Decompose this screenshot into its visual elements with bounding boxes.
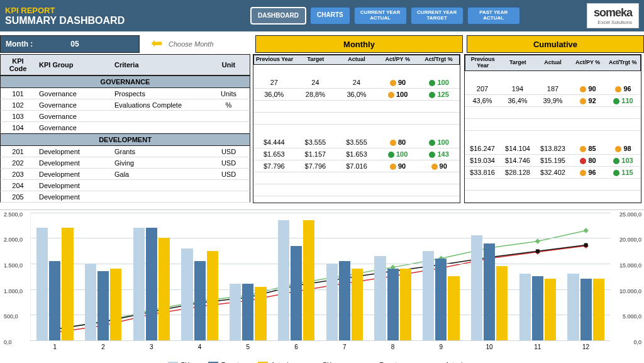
logo-text: someka [594,6,632,20]
svg-rect-34 [536,249,540,253]
cum-row: 43,6%36,4%39,9%92110 [465,95,641,107]
col-criteria: Criteria [111,59,211,71]
table-row: 204Development [0,180,250,191]
monthly-header: Previous Year Target Actual Act/PY % Act… [253,55,460,65]
table-row: 102GovernanceEvaluations Complete% [0,99,250,111]
cum-row: 2071941879096 [465,83,641,95]
nav-py-actual[interactable]: PAST YEAR ACTUAL [467,7,520,25]
title-block: KPI REPORT SUMMARY DASHBOARD [5,6,244,26]
cum-row [465,119,641,131]
report-title: KPI REPORT [5,6,244,15]
month-value: 05 [70,40,79,48]
monthly-block: Previous Year Target Actual Act/PY % Act… [253,54,460,203]
nav-dashboard[interactable]: DASHBOARD [250,7,306,25]
cum-row [465,179,641,191]
cumulative-block: Previous Year Target Actual Act/PY % Act… [464,54,641,203]
logo-subtitle: Excel Solutions [594,20,632,25]
monthly-title: Monthly [255,35,463,53]
table-row: 104Governance [0,122,250,133]
col-py: Previous Year [254,55,295,64]
arrow-left-icon: ⬅ [151,35,162,53]
cum-row: $33.816$28.128$32.40296115 [465,167,641,179]
monthly-row [253,184,460,196]
col-actual-c: Actual [535,59,570,67]
month-hint: Choose Month [169,40,214,48]
col-actpy: Act/PY % [377,55,418,64]
col-acttrgt: Act/Trgt % [418,55,459,64]
kpi-table: KPI Code KPI Group Criteria Unit GOVERNA… [0,54,250,203]
monthly-row [253,172,460,184]
table-header: KPI Code KPI Group Criteria Unit [0,54,250,75]
col-target-c: Target [501,59,536,67]
table-row: 201DevelopmentGrantsUSD [0,146,250,157]
nav-buttons: DASHBOARD CHARTS CURRENT YEAR ACTUAL CUR… [250,7,520,25]
cum-row [465,191,641,203]
month-label: Month : [6,40,33,48]
svg-rect-11 [583,228,588,233]
tables-wrapper: KPI Code KPI Group Criteria Unit GOVERNA… [0,54,644,203]
svg-rect-35 [584,243,588,247]
col-target: Target [295,55,336,64]
page-subtitle: SUMMARY DASHBOARD [5,15,244,26]
monthly-row: $4.444$3.555$3.55580100 [253,137,460,148]
table-row: 101GovernanceProspectsUnits [0,88,250,99]
app-header: KPI REPORT SUMMARY DASHBOARD DASHBOARD C… [0,0,644,31]
nav-charts[interactable]: CHARTS [310,7,350,25]
table-row: 203DevelopmentGalaUSD [0,169,250,180]
col-py-c: Previous Year [465,55,501,70]
month-row: Month : 05 ⬅ Choose Month Monthly Cumula… [0,35,644,53]
monthly-row: $1.653$1.157$1.653100143 [253,148,460,160]
monthly-row [253,101,460,113]
col-actpy-c: Act/PY % [570,59,606,67]
cum-row [465,107,641,119]
monthly-row: $7.796$7.796$7.0169090 [253,160,460,172]
col-actual: Actual [336,55,377,64]
monthly-row [253,113,460,125]
month-selector[interactable]: Month : 05 [0,35,140,53]
table-row: 202DevelopmentGivingUSD [0,157,250,169]
group-headers: Monthly Cumulative [255,35,644,53]
cum-row: $19.034$14.746$15.19580103 [465,155,641,167]
monthly-row: 36,0%28,8%36,0%100125 [253,89,460,101]
monthly-row: 27242490100 [253,77,460,89]
cum-header: Previous Year Target Actual Act/PY % Act… [465,55,641,71]
svg-rect-10 [535,238,540,243]
section-header: GOVERNANCE [0,75,250,88]
logo: someka Excel Solutions [587,3,639,28]
chart: 123456789101112 PY Target Actual PY cum … [0,209,644,363]
plot-area: 123456789101112 [30,213,610,341]
col-group: KPI Group [35,59,111,71]
table-row: 103Governance [0,111,250,122]
cum-row: $16.247$14.104$13.8238598 [465,143,641,155]
col-acttrgt-c: Act/Trgt % [605,59,640,67]
col-code: KPI Code [1,55,35,75]
cumulative-title: Cumulative [467,35,644,53]
section-header: DEVELOPMENT [0,133,250,146]
col-unit: Unit [211,59,246,71]
nav-cy-actual[interactable]: CURRENT YEAR ACTUAL [354,7,407,25]
nav-cy-target[interactable]: CURRENT YEAR TARGET [411,7,464,25]
table-row: 205Development [0,191,250,203]
